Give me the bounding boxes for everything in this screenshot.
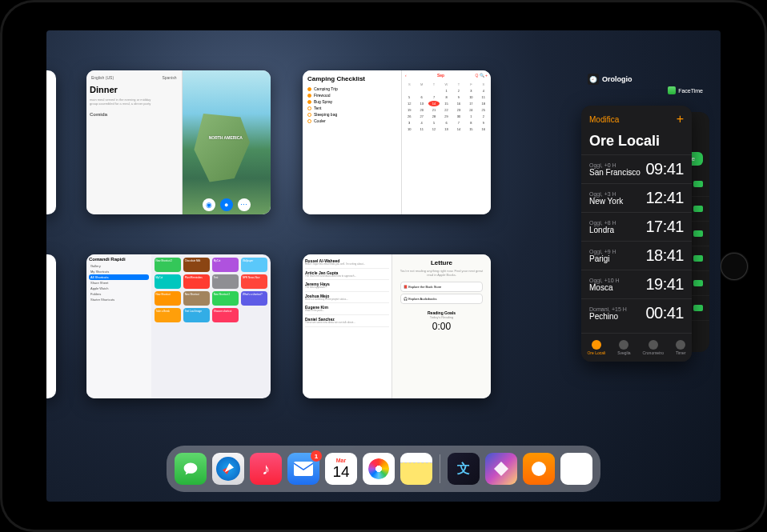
card-note-calendario[interactable]: Note Camping Ch... 14 Calendario settemb… [303, 70, 491, 214]
sc-tile[interactable]: Text Last Image [183, 308, 210, 322]
dock-photos-icon[interactable] [363, 453, 395, 485]
card-traduci-mappe[interactable]: 文 Traduci Mappe English (US)Spanish Dinn… [86, 70, 271, 214]
mail-item[interactable]: Article Jan GuptaThe team met and discus… [305, 269, 389, 281]
sc-tile[interactable]: New Shortcut [155, 291, 181, 306]
books-explore-audio[interactable]: 🎧 Explore Audiobooks [400, 294, 483, 304]
lang-to: Spanish [162, 75, 176, 80]
card-comandi-rapidi[interactable]: Comandi Rapidi Comandi Rapidi GalleryMy … [86, 254, 271, 398]
sc-tile[interactable]: New Shortcut [183, 291, 210, 306]
sc-side-item[interactable]: My Shortcuts [89, 269, 149, 274]
notes-item: Sleeping bag [307, 111, 396, 118]
dock-music-icon[interactable]: ♪ [250, 453, 282, 485]
shortcuts-sidebar: Comandi Rapidi GalleryMy ShortcutsAll Sh… [86, 254, 151, 398]
sc-side-item[interactable]: Share Sheet [89, 280, 149, 286]
clock-city-row: Oggi, +10 HMosca19:41 [581, 270, 692, 298]
cards-area: 文 Traduci Mappe English (US)Spanish Dinn… [46, 50, 576, 434]
sc-tile[interactable]: New Shortcut 2 [155, 258, 181, 272]
map-more-btn[interactable]: ⋯ [238, 198, 251, 211]
dock: ♪ 1 Mar14 文 [167, 446, 600, 492]
books-explore-store[interactable]: 📕 Explore the Book Store [400, 282, 483, 292]
notes-item: Camping Trip [307, 86, 396, 92]
clock-edit-btn[interactable]: Modifica [589, 115, 619, 124]
dock-cal-weekday: Mar [336, 458, 346, 463]
sc-tile[interactable]: What's a shortcut? [241, 291, 267, 306]
clock-city-row: Domani, +15 HPechino00:41 [581, 298, 692, 327]
dock-translate-icon[interactable]: 文 [448, 453, 480, 485]
translate-word: Dinner [90, 85, 179, 94]
facetime-label: FaceTime [678, 88, 703, 94]
sc-tile[interactable]: New Shortcut 2 [212, 291, 239, 306]
home-button[interactable] [721, 253, 748, 280]
sc-tile[interactable]: Plant Reminders [183, 274, 210, 289]
slideover-stack[interactable]: 🕘 Orologio FaceTime eTime Modifica + [581, 88, 709, 422]
ipad-frame: 文 Traduci Mappe English (US)Spanish Dinn… [0, 0, 767, 532]
mail-pane: Russel Al-WaheedHello! I hope this email… [303, 254, 392, 398]
sc-side-item[interactable]: All Shortcuts [89, 274, 149, 280]
shortcuts-side-title: Comandi Rapidi [89, 257, 149, 262]
sc-tile[interactable]: MyCut [212, 258, 239, 272]
card-mail-libri[interactable]: ✉ Mail Entrata ▲ Libri Russel Al-WaheedH… [303, 254, 491, 398]
offscreen-card-bottom[interactable] [46, 254, 56, 398]
app-switcher[interactable]: 文 Traduci Mappe English (US)Spanish Dinn… [46, 30, 721, 502]
dock-calendar-icon[interactable]: Mar14 [325, 453, 357, 485]
offscreen-card-top[interactable] [46, 70, 56, 214]
dock-notes-icon[interactable] [400, 453, 432, 485]
clock-city-row: Oggi, +9 HParigi18:41 [581, 241, 692, 270]
mail-item[interactable]: Daniel SanchezThese are some new ideas w… [305, 315, 389, 327]
notes-item: Firewood [307, 92, 396, 98]
sc-side-item[interactable]: Starter Shortcuts [89, 297, 149, 302]
dock-safari-icon[interactable] [212, 453, 244, 485]
clock-tab[interactable]: Ore Locali [587, 340, 605, 355]
orologio-header: 🕘 Orologio [588, 74, 632, 85]
mail-item[interactable]: Joshua MejoHere's a summary of the proje… [305, 292, 389, 304]
clock-tab[interactable]: Timer [676, 340, 686, 355]
notes-item: Tent [307, 105, 396, 111]
sc-tile[interactable]: NPR News Now [241, 274, 267, 289]
dock-cal-day: 14 [332, 463, 349, 481]
clock-title: Ore Locali [581, 133, 692, 154]
lang-from: English (US) [91, 75, 114, 80]
clock-city-row: Oggi, +8 HLondra17:41 [581, 212, 692, 241]
orologio-label: Orologio [602, 75, 632, 83]
facetime-icon [668, 86, 676, 94]
mail-item[interactable]: Russel Al-WaheedHello! I hope this email… [305, 257, 389, 269]
map-mic-btn[interactable]: ● [220, 198, 233, 211]
dock-books-icon[interactable] [523, 453, 555, 485]
sc-tile[interactable]: Chocolate Milk [183, 258, 210, 272]
clock-city-row: Oggi, +3 HNew York12:41 [581, 183, 692, 212]
orologio-card[interactable]: Modifica + Ore Locali Oggi, +0 HSan Fran… [581, 106, 692, 362]
shortcuts-grid: New Shortcut 2Chocolate MilkMyCutWallpap… [151, 254, 271, 398]
books-timer-sub: Today's Reading [397, 315, 486, 319]
books-heading: Letture [397, 259, 486, 266]
dock-separator [440, 454, 440, 483]
sc-side-item[interactable]: Apple Watch [89, 286, 149, 291]
dock-shortcuts-icon[interactable] [485, 453, 517, 485]
calendar-pane: ‹SepQ 🔍 + SMTWTFS12345678910111213141516… [402, 70, 491, 214]
dock-files-icon[interactable] [560, 453, 592, 485]
map-continent-label: NORTH AMERICA [209, 135, 243, 140]
sc-tile[interactable]: Shazam shortcut [212, 308, 239, 322]
map-location-btn[interactable]: ◉ [203, 198, 215, 211]
sc-side-item[interactable]: Gallery [89, 263, 149, 269]
notes-item: Bug Spray [307, 98, 396, 105]
sc-tile[interactable]: Take a Break [155, 308, 181, 322]
dock-mail-icon[interactable]: 1 [287, 453, 319, 485]
sc-side-item[interactable]: Folders [89, 291, 149, 297]
notes-title: Camping Checklist [307, 75, 396, 82]
sc-tile[interactable]: MyCut [155, 274, 181, 289]
books-sub: You're not reading anything right now. F… [397, 269, 486, 277]
clock-tab[interactable]: Sveglia [617, 340, 630, 355]
mail-item[interactable]: Jeremy HaysThe best approach... [305, 280, 389, 292]
notes-pane: Camping Checklist Camping TripFirewoodBu… [303, 70, 402, 214]
orologio-icon: 🕘 [588, 74, 599, 85]
sc-tile[interactable]: Test [212, 274, 239, 289]
clock-add-btn[interactable]: + [677, 112, 684, 126]
clock-tab[interactable]: Cronometro [643, 340, 664, 355]
clock-tabs: Ore LocaliSvegliaCronometroTimer [581, 333, 692, 362]
sc-tile[interactable]: Wallpaper [241, 258, 267, 272]
screen: 文 Traduci Mappe English (US)Spanish Dinn… [46, 30, 721, 502]
clock-city-row: Oggi, +0 HSan Francisco09:41 [581, 154, 692, 183]
translate-pane: English (US)Spanish Dinner main meal ser… [86, 70, 183, 214]
dock-messages-icon[interactable] [175, 453, 207, 485]
mail-item[interactable]: Eugene KimWalk in the park... [305, 303, 389, 315]
